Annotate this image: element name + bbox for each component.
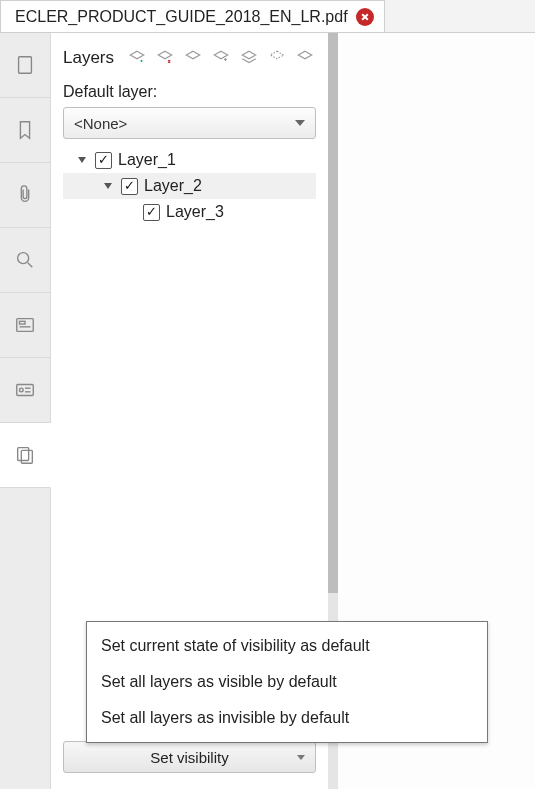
expand-toggle-icon[interactable] [75,157,89,163]
layer-name: Layer_3 [166,203,224,221]
svg-rect-0 [19,57,32,74]
scrollbar-thumb[interactable] [328,33,338,593]
layer-add-icon[interactable] [126,47,148,69]
layer-merge-icon[interactable] [266,47,288,69]
rail-bookmarks-button[interactable] [0,98,50,163]
layer-option-2-icon[interactable] [238,47,260,69]
menu-item-all-visible[interactable]: Set all layers as visible by default [87,664,487,700]
svg-rect-3 [20,321,26,324]
svg-rect-10 [21,450,32,463]
set-visibility-label: Set visibility [150,749,228,766]
tree-row[interactable]: Layer_1 [63,147,316,173]
default-layer-value: <None> [74,115,127,132]
rail-fields-button[interactable] [0,293,50,358]
dropdown-caret-icon [295,120,305,126]
svg-rect-9 [18,448,29,461]
close-tab-icon[interactable] [356,8,374,26]
layer-visibility-checkbox[interactable] [121,178,138,195]
dropdown-caret-icon [297,755,305,760]
layer-name: Layer_2 [144,177,202,195]
tab-bar: ECLER_PRODUCT_GUIDE_2018_EN_LR.pdf [0,0,535,32]
rail-thumbnails-button[interactable] [0,33,50,98]
tree-row[interactable]: Layer_2 [63,173,316,199]
menu-item-default-current[interactable]: Set current state of visibility as defau… [87,628,487,664]
svg-rect-2 [17,319,34,332]
layer-rename-icon[interactable] [210,47,232,69]
svg-point-6 [20,388,24,392]
rail-search-button[interactable] [0,228,50,293]
rail-attachments-button[interactable] [0,163,50,228]
expand-toggle-icon[interactable] [101,183,115,189]
layer-option-1-icon[interactable] [182,47,204,69]
rail-signatures-button[interactable] [0,358,50,423]
layer-visibility-checkbox[interactable] [95,152,112,169]
tab-title: ECLER_PRODUCT_GUIDE_2018_EN_LR.pdf [15,8,348,26]
visibility-menu: Set current state of visibility as defau… [86,621,488,743]
layer-option-3-icon[interactable] [294,47,316,69]
layer-visibility-checkbox[interactable] [143,204,160,221]
panel-title: Layers [63,48,114,68]
layer-delete-icon[interactable] [154,47,176,69]
document-tab[interactable]: ECLER_PRODUCT_GUIDE_2018_EN_LR.pdf [0,0,385,32]
default-layer-select[interactable]: <None> [63,107,316,139]
menu-item-all-invisible[interactable]: Set all layers as invisible by default [87,700,487,736]
default-layer-label: Default layer: [63,83,316,101]
tree-row[interactable]: Layer_3 [63,199,316,225]
svg-point-1 [18,253,29,264]
set-visibility-button[interactable]: Set visibility [63,741,316,773]
layer-name: Layer_1 [118,151,176,169]
rail-layers-button[interactable] [0,423,51,488]
side-rail [0,33,51,789]
